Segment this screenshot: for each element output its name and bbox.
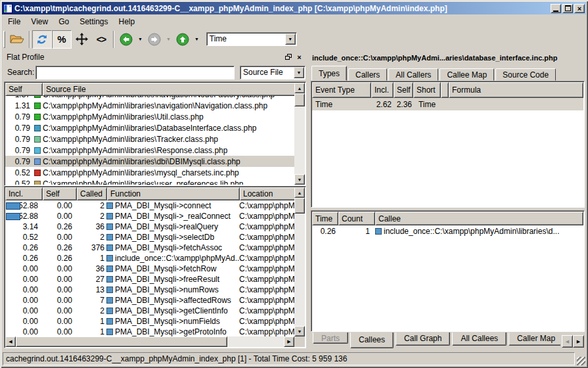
file-row[interactable]: 0.79C:\xampp\phpMyAdmin\libraries\Respon… bbox=[5, 145, 294, 156]
bottom-tab-parts: Parts bbox=[313, 333, 348, 344]
function-row[interactable]: 52.880.002PMA_DBI_Mysqli->_realConnectC:… bbox=[5, 211, 294, 221]
tab-callers[interactable]: Callers bbox=[348, 68, 387, 81]
relative-cost-button[interactable]: % bbox=[52, 30, 72, 49]
types-column-header-incl[interactable]: Incl. bbox=[371, 82, 394, 98]
tab-callee-map[interactable]: Callee Map bbox=[440, 68, 494, 81]
types-column-header-formula[interactable]: Formula bbox=[449, 82, 583, 98]
tab-source-code[interactable]: Source Code bbox=[495, 68, 556, 81]
file-table-vscrollbar[interactable]: ▲ ▼ bbox=[294, 83, 305, 185]
scroll-down-icon: ▼ bbox=[298, 177, 302, 182]
function-row[interactable]: 3.140.2636PMA_DBI_Mysqli->realQueryC:\xa… bbox=[5, 221, 294, 232]
file-row[interactable]: 0.52C:\xampp\phpMyAdmin\libraries\user_p… bbox=[5, 178, 294, 185]
scroll-thumb[interactable] bbox=[294, 198, 305, 214]
function-table-hscrollbar[interactable]: ◀ ▶ bbox=[5, 336, 294, 347]
file-row[interactable]: 1.31C:\xampp\phpMyAdmin\libraries\naviga… bbox=[5, 100, 294, 111]
tab-all-callers[interactable]: All Callers bbox=[388, 68, 438, 81]
group-by-combobox[interactable]: Source File ▼ bbox=[240, 66, 305, 80]
function-row[interactable]: 0.000.001PMA_DBI_Mysqli->getProtoInfoC:\… bbox=[5, 327, 294, 336]
callees-column-header-count[interactable]: Count bbox=[338, 212, 375, 225]
types-column-header-short[interactable]: Short bbox=[413, 82, 441, 98]
callee-row[interactable]: 0.261include_once::C:\xampp\phpMyAdmin\l… bbox=[312, 225, 583, 237]
function-row[interactable]: 52.880.002PMA_DBI_Mysqli->connectC:\xamp… bbox=[5, 200, 294, 211]
callees-column-header-callee[interactable]: Callee bbox=[375, 212, 583, 225]
function-row[interactable]: 0.000.002PMA_DBI_Mysqli->getClientInfoC:… bbox=[5, 306, 294, 316]
function-row[interactable]: 0.000.0036PMA_DBI_Mysqli->fetchRowC:\xam… bbox=[5, 264, 294, 274]
menu-settings[interactable]: Settings bbox=[74, 16, 113, 28]
function-row[interactable]: 0.000.007PMA_DBI_Mysqli->affectedRowsC:\… bbox=[5, 295, 294, 306]
function-row[interactable]: 0.260.261include_once::C:\xampp\phpMyAd.… bbox=[5, 253, 294, 264]
scroll-down-button[interactable]: ▼ bbox=[294, 174, 305, 185]
menu-view[interactable]: View bbox=[26, 16, 53, 28]
maximize-button[interactable] bbox=[562, 4, 573, 13]
flat-profile-titlebar: Flat Profile × bbox=[3, 51, 308, 64]
function-name: PMA_DBI_Mysqli->getProtoInfo bbox=[115, 327, 227, 336]
minimize-button[interactable] bbox=[551, 4, 561, 13]
types-column-header-event-type[interactable]: Event Type bbox=[312, 82, 371, 98]
function-row[interactable]: 0.520.002PMA_DBI_Mysqli->selectDbC:\xamp… bbox=[5, 232, 294, 242]
file-row[interactable]: 0.79C:\xampp\phpMyAdmin\libraries\Databa… bbox=[5, 122, 294, 133]
function-name: include_once::C:\xampp\phpMyAd... bbox=[115, 254, 239, 263]
force-dump-button[interactable] bbox=[32, 30, 52, 49]
app-icon bbox=[3, 4, 12, 13]
scroll-right-button[interactable]: ▶ bbox=[284, 336, 294, 347]
file-row[interactable]: 0.79C:\xampp\phpMyAdmin\libraries\Tracke… bbox=[5, 133, 294, 145]
function-row[interactable]: 0.260.26376PMA_DBI_Mysqli->fetchAssocC:\… bbox=[5, 242, 294, 253]
back-button[interactable] bbox=[116, 30, 136, 49]
titlebar[interactable]: C:\xampp\tmp\cachegrind.out.1416463299-C… bbox=[2, 2, 586, 14]
event-type-combobox[interactable]: Time ▼ bbox=[206, 32, 297, 46]
tab-scroll-left-button[interactable]: ◀ bbox=[562, 335, 573, 348]
tab-types[interactable]: Types bbox=[311, 66, 347, 81]
tab-scroll-right-button[interactable]: ▶ bbox=[573, 335, 584, 348]
resize-grip[interactable] bbox=[577, 357, 585, 365]
back-dropdown-arrow[interactable]: ▼ bbox=[136, 30, 145, 49]
function-row[interactable]: 0.000.0013PMA_DBI_Mysqli->numRowsC:\xamp… bbox=[5, 285, 294, 295]
toolbar-grip[interactable] bbox=[3, 31, 5, 48]
scroll-up-button[interactable]: ▲ bbox=[294, 187, 305, 198]
menu-go[interactable]: Go bbox=[53, 16, 74, 28]
menu-help[interactable]: Help bbox=[114, 16, 141, 28]
close-button[interactable]: × bbox=[574, 4, 585, 13]
scroll-down-button[interactable]: ▼ bbox=[294, 326, 305, 336]
file-row[interactable]: 0.79C:\xampp\phpMyAdmin\libraries\Util.c… bbox=[5, 111, 294, 122]
function-table-vscrollbar[interactable]: ▲ ▼ bbox=[294, 187, 305, 336]
combobox-button[interactable]: ▼ bbox=[294, 67, 304, 78]
forward-button[interactable] bbox=[145, 30, 164, 49]
search-row: Search: Source File ▼ bbox=[3, 64, 308, 81]
bottom-tab-call-graph[interactable]: Call Graph bbox=[396, 333, 450, 346]
bottom-tab-callees[interactable]: Callees bbox=[350, 333, 394, 348]
file-color-icon bbox=[34, 125, 41, 131]
types-column-header-blank[interactable] bbox=[441, 82, 449, 98]
cycle-detection-button[interactable] bbox=[72, 30, 91, 49]
callees-column-header-time[interactable]: Time bbox=[312, 212, 338, 225]
scroll-up-button[interactable]: ▲ bbox=[294, 83, 305, 93]
column-header-self[interactable]: Self bbox=[5, 83, 43, 96]
file-row[interactable]: 0.79C:\xampp\phpMyAdmin\libraries\dbi\DB… bbox=[5, 156, 294, 167]
column-header-function[interactable]: Function bbox=[107, 187, 240, 200]
up-button[interactable] bbox=[173, 30, 192, 49]
menu-file[interactable]: File bbox=[3, 16, 26, 28]
open-file-button[interactable] bbox=[7, 30, 27, 49]
bottom-tab-caller-map[interactable]: Caller Map bbox=[509, 333, 560, 346]
forward-dropdown-arrow[interactable]: ▼ bbox=[164, 30, 173, 49]
combobox-button[interactable]: ▼ bbox=[285, 34, 296, 45]
function-name-cell: PMA_DBI_Mysqli->connect bbox=[106, 201, 239, 210]
types-column-header-self[interactable]: Self bbox=[394, 82, 413, 98]
float-panel-button[interactable] bbox=[283, 53, 293, 62]
column-header-called[interactable]: Called bbox=[77, 187, 107, 200]
file-row[interactable]: 0.52C:\xampp\phpMyAdmin\libraries\mysql_… bbox=[5, 167, 294, 178]
up-dropdown-arrow[interactable]: ▼ bbox=[192, 30, 201, 49]
scroll-thumb[interactable] bbox=[294, 93, 305, 106]
close-panel-button[interactable]: × bbox=[294, 53, 304, 62]
scroll-left-button[interactable]: ◀ bbox=[5, 336, 16, 347]
search-input[interactable] bbox=[35, 66, 235, 80]
shorten-templates-button[interactable]: <> bbox=[91, 30, 111, 49]
function-row[interactable]: 0.000.001PMA_DBI_Mysqli->numFieldsC:\xam… bbox=[5, 316, 294, 327]
flat-profile-panel: Flat Profile × Search: Source File ▼ Sel… bbox=[3, 51, 308, 350]
function-row[interactable]: 0.000.0027PMA_DBI_Mysqli->freeResultC:\x… bbox=[5, 274, 294, 285]
column-header-incl[interactable]: Incl. bbox=[5, 187, 43, 200]
bottom-tab-all-callees[interactable]: All Callees bbox=[452, 333, 507, 346]
column-header-self[interactable]: Self bbox=[43, 187, 77, 200]
event-type-row[interactable]: Time2.622.36Time bbox=[312, 98, 583, 110]
column-header-source-file[interactable]: Source File bbox=[43, 83, 305, 96]
scroll-thumb[interactable] bbox=[16, 336, 227, 347]
